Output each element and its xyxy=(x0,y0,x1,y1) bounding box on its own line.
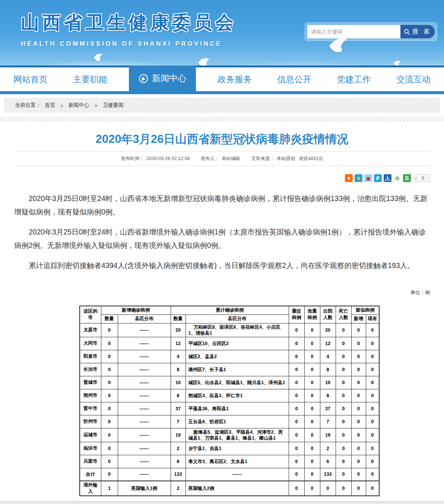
site-subtitle: HEALTH COMMISSION OF SHANXI PROVINCE xyxy=(21,40,237,48)
nav-item-label: 交流互动 xyxy=(396,74,431,85)
page: 山西省卫生健康委员会 HEALTH COMMISSION OF SHANXI P… xyxy=(0,0,444,504)
share-count-badge[interactable]: 3 xyxy=(416,174,430,182)
breadcrumb-separator: » xyxy=(60,102,63,108)
breadcrumb-health-news[interactable]: 卫健要闻 xyxy=(103,102,124,109)
breadcrumb: 当前位置： 首页 » 新闻中心 » 卫健要闻 xyxy=(4,98,440,113)
search-button-label: 搜 索 xyxy=(412,28,431,36)
search-input[interactable] xyxy=(307,25,400,38)
table-row-imported: 境外输入1英国输入1例2英国输入2例000000 xyxy=(80,481,379,496)
col-city: 设区的市 xyxy=(80,306,101,323)
table-row: 晋城市0——10城区5、沁水县2、阳城县1、陵川县1、泽州县10010000 xyxy=(80,376,379,389)
source-label: 文章来源： xyxy=(251,156,275,161)
breadcrumb-news-center[interactable]: 新闻中心 xyxy=(69,102,89,109)
col-group-new-confirmed: 新增确诊病例 xyxy=(101,306,171,315)
dove-icon xyxy=(393,59,406,66)
publisher-value: 本站编辑 xyxy=(222,156,240,161)
table-row: 长治市0——8潞州区7、长子县1008000 xyxy=(80,363,379,376)
share-renren-icon[interactable]: 人 xyxy=(384,174,391,182)
share-weibo-icon[interactable]: ◉ xyxy=(364,174,372,182)
nav-item-label: 主要职能 xyxy=(73,74,107,85)
share-more-icon[interactable]: + xyxy=(345,174,353,182)
nav-item-party-building[interactable]: 党建工作 xyxy=(333,67,375,91)
publisher-label: 发布人： xyxy=(201,156,219,161)
col-group-suspected: 疑似病例 xyxy=(351,306,379,315)
source-value: 本站原创 xyxy=(277,156,295,161)
share-qzone-icon[interactable]: ★ xyxy=(355,174,362,182)
nav-underbar xyxy=(0,91,444,94)
search-box: 搜 索 xyxy=(305,22,437,41)
col-severe: 重症病例 xyxy=(289,306,304,323)
share-pengyou-icon[interactable]: P xyxy=(374,174,382,182)
nav-item-functions[interactable]: 主要职能 xyxy=(69,67,111,91)
nav-item-label: 网站首页 xyxy=(13,74,48,85)
nav-item-info-disclosure[interactable]: 信息公开 xyxy=(273,67,315,91)
unit-note: 单位：例 xyxy=(14,289,430,296)
news-center-icon xyxy=(139,74,148,83)
nav-item-label: 党建工作 xyxy=(337,74,371,85)
view-count: 浏览4831次 xyxy=(299,156,323,161)
col-new-count: 数量 xyxy=(101,315,118,323)
table-row: 晋中市0——37平遥县36、寿阳县10037000 xyxy=(80,402,379,415)
dove-icon xyxy=(93,52,108,63)
table-row: 朔州市0——8朔城区4、应县3、怀仁市1008000 xyxy=(80,389,379,402)
col-group-total-confirmed: 累计确诊病例 xyxy=(171,306,289,315)
pattern-strip xyxy=(0,117,444,122)
nav-item-gov-services[interactable]: 政务服务 xyxy=(214,67,256,91)
table-row: 临汾市0——2乡宁县1、吉县1002000 xyxy=(80,442,379,455)
col-new-dist: 县区分布 xyxy=(118,315,171,323)
article-paragraph: 2020年3月25日0时至24时，山西省本地无新增新型冠状病毒肺炎确诊病例，累计… xyxy=(14,192,430,218)
table-header-row: 设区的市 新增确诊病例 累计确诊病例 重症病例 危重病例 出院人数 死亡人数 疑… xyxy=(80,306,379,315)
article-body: 2020年3月25日0时至24时，山西省本地无新增新型冠状病毒肺炎确诊病例，累计… xyxy=(14,192,430,272)
breadcrumb-label: 当前位置： xyxy=(15,102,41,109)
article-paragraph: 累计追踪到密切接触者4394人(含境外输入病例密切接触者)，当日解除医学观察2人… xyxy=(14,259,430,272)
col-discharged: 出院人数 xyxy=(320,306,336,323)
article-meta: 发布时间：2020-03-26 02:12:34 发布人：本站编辑 文章来源：本… xyxy=(14,151,430,166)
share-bar: + ★ ◉ P 人 ✿ 豆 3 xyxy=(14,174,430,182)
breadcrumb-separator: » xyxy=(95,102,98,108)
table-row: 阳泉市0——4城区2、盂县2004000 xyxy=(80,350,379,363)
search-icon xyxy=(404,29,410,35)
site-logo: 山西省卫生健康委员会 HEALTH COMMISSION OF SHANXI P… xyxy=(21,10,237,48)
share-kaixin-icon[interactable]: ✿ xyxy=(393,174,401,182)
nav-item-label: 信息公开 xyxy=(277,74,311,85)
col-total-dist: 县区分布 xyxy=(185,315,289,323)
table-row: 忻州市0——7五台县6、忻府区1007000 xyxy=(80,415,379,428)
nav-item-label: 新闻中心 xyxy=(152,73,186,84)
col-total-count: 数量 xyxy=(171,315,185,323)
table-row-total: 合计0——133——00133000 xyxy=(80,468,379,481)
page-title: 2020年3月26日山西省新型冠状病毒肺炎疫情情况 xyxy=(14,131,430,147)
table-row: 大同市0——12平城区10、云冈区20012000 xyxy=(80,337,379,350)
search-button[interactable]: 搜 索 xyxy=(400,25,435,38)
nav-item-home[interactable]: 网站首页 xyxy=(10,67,51,91)
site-title: 山西省卫生健康委员会 xyxy=(21,10,237,35)
publish-time-label: 发布时间： xyxy=(121,156,145,161)
article-paragraph: 2020年3月25日0时至24时，山西省新增境外输入确诊病例1例（太原市报告英国… xyxy=(14,225,430,252)
col-death: 死亡人数 xyxy=(336,306,351,323)
table-row: 吕梁市0——6孝义市3、离石区2、文水县1006000 xyxy=(80,455,379,468)
site-header: 山西省卫生健康委员会 HEALTH COMMISSION OF SHANXI P… xyxy=(0,0,444,66)
col-suspected-existing: 现有 xyxy=(366,315,379,323)
table-row: 太原市0——20万柏林区8、迎泽区6、杏花岭区4、小店区1、清徐县1002000… xyxy=(80,323,379,337)
share-douban-icon[interactable]: 豆 xyxy=(403,174,411,182)
footer-bar xyxy=(0,501,444,504)
nav-item-label: 政务服务 xyxy=(218,74,252,85)
epidemic-table: 设区的市 新增确诊病例 累计确诊病例 重症病例 危重病例 出院人数 死亡人数 疑… xyxy=(79,306,380,496)
nav-item-news-center[interactable]: 新闻中心 xyxy=(129,66,196,91)
main-content: 2020年3月26日山西省新型冠状病毒肺炎疫情情况 发布时间：2020-03-2… xyxy=(0,131,444,496)
main-nav: 网站首页 主要职能 新闻中心 政务服务 信息公开 党建工作 交流互动 xyxy=(0,66,444,91)
col-critical: 危重病例 xyxy=(304,306,320,323)
table-row: 运城市0——19新绛县5、盐湖区3、平陆县4、河津市2、芮城县1、万荣县1、夏县… xyxy=(80,428,379,442)
nav-item-interaction[interactable]: 交流互动 xyxy=(393,67,434,91)
publish-time-value: 2020-03-26 02:12:34 xyxy=(146,156,190,161)
col-suspected-new: 新增 xyxy=(351,315,366,323)
breadcrumb-home[interactable]: 首页 xyxy=(45,102,55,109)
dove-icon xyxy=(197,56,215,66)
